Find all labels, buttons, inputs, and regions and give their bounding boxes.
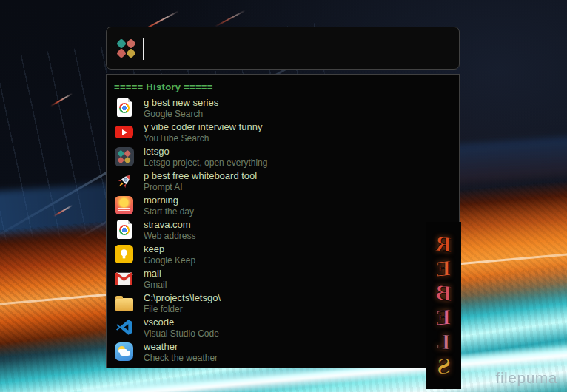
red-light-streak [53, 205, 73, 217]
history-item-title: vscode [144, 317, 219, 328]
launcher-results-panel: ===== History ===== g best new series Go… [106, 74, 460, 368]
history-item-subtitle: File folder [144, 304, 221, 314]
history-item[interactable]: mail Gmail [107, 266, 459, 291]
desktop: REBELS filepuma ===== History ===== g be… [0, 0, 567, 392]
letsgo-logo-icon [118, 40, 135, 58]
weather-icon [115, 342, 133, 361]
history-list: g best new series Google Search y vibe c… [107, 95, 459, 364]
graffiti-letter: S [437, 354, 452, 379]
history-header: ===== History ===== [107, 75, 459, 95]
red-light-streak [50, 93, 73, 107]
history-item[interactable]: letsgo Letsgo project, open everything [107, 144, 459, 169]
history-item-title: mail [144, 268, 167, 280]
history-item-subtitle: Google Search [144, 109, 218, 119]
history-item-subtitle: Letsgo project, open everything [144, 158, 267, 168]
history-item-title: y vibe coder interview funny [144, 121, 262, 133]
watermark-filepuma: filepuma [496, 369, 557, 387]
history-item-title: g best new series [144, 97, 218, 109]
history-item[interactable]: g best new series Google Search [107, 95, 459, 120]
history-item[interactable]: weather Check the weather [107, 339, 459, 364]
logo-diamond-red [126, 38, 136, 49]
text-caret [143, 38, 144, 60]
history-item-title: letsgo [144, 146, 267, 158]
red-light-streak [215, 10, 246, 27]
search-input[interactable] [148, 36, 448, 61]
folder-icon [115, 298, 133, 311]
google-keep-icon [115, 245, 133, 263]
history-item-subtitle: Start the day [144, 206, 194, 217]
history-item-title: weather [144, 341, 218, 353]
history-item[interactable]: strava.com Web address [107, 217, 459, 242]
graffiti-letter: R [435, 232, 452, 257]
sunrise-icon [115, 196, 133, 214]
history-item[interactable]: vscode Visual Studio Code [107, 315, 459, 339]
history-item-subtitle: Web address [144, 231, 195, 241]
chrome-page-icon [117, 98, 132, 117]
history-item[interactable]: y vibe coder interview funny YouTube Sea… [107, 120, 459, 144]
graffiti-letter: E [436, 256, 452, 282]
youtube-icon [115, 126, 133, 138]
history-item-title: morning [144, 195, 194, 206]
letsgo-logo-icon [118, 151, 130, 163]
graffiti-rebels: REBELS [426, 222, 461, 389]
logo-diamond-red [116, 48, 127, 58]
history-item-title: keep [144, 243, 195, 255]
launcher-search-window [106, 27, 460, 70]
vscode-icon [115, 318, 133, 337]
chrome-page-icon [117, 220, 132, 239]
logo-diamond-yellow [126, 48, 136, 58]
history-item-title: p best free whiteboard tool [144, 170, 257, 182]
keep-icon [115, 245, 133, 263]
history-item-subtitle: YouTube Search [144, 133, 262, 143]
history-item[interactable]: morning Start the day [107, 193, 459, 217]
history-item[interactable]: keep Google Keep [107, 242, 459, 266]
vscode-icon [115, 318, 133, 337]
gmail-icon [115, 271, 133, 286]
history-item[interactable]: p best free whiteboard tool Prompt AI [107, 169, 459, 193]
history-item-subtitle: Check the weather [144, 353, 218, 363]
history-item-title: strava.com [144, 219, 195, 231]
history-item-title: C:\projects\letsgo\ [144, 292, 221, 304]
logo-diamond-teal [116, 38, 127, 49]
graffiti-letter: B [435, 280, 452, 306]
letsgo-icon [115, 147, 134, 166]
history-item-subtitle: Gmail [144, 280, 167, 290]
rocket-icon [115, 172, 134, 191]
history-item-subtitle: Prompt AI [144, 182, 257, 192]
gmail-icon [115, 271, 133, 286]
history-item-subtitle: Visual Studio Code [144, 328, 219, 339]
graffiti-letter: E [436, 305, 452, 331]
graffiti-letter: L [437, 329, 451, 355]
history-item-subtitle: Google Keep [144, 255, 195, 266]
rocket-icon [115, 172, 134, 191]
history-item[interactable]: C:\projects\letsgo\ File folder [107, 291, 459, 315]
